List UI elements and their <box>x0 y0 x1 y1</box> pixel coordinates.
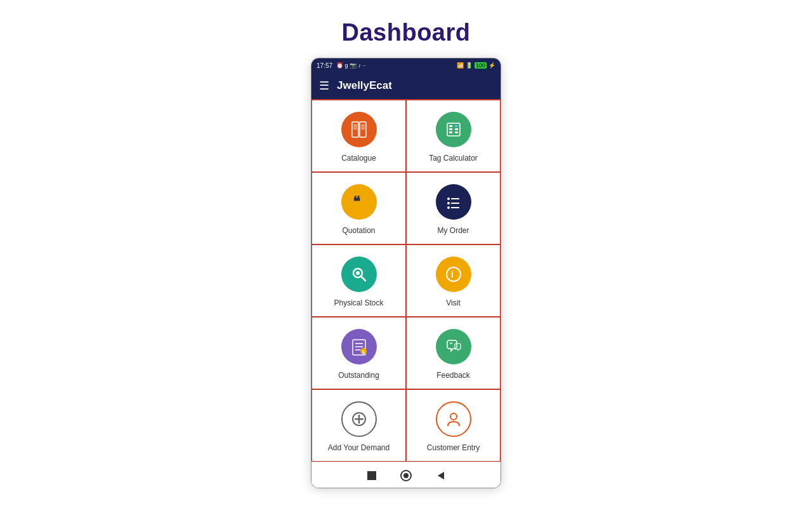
quotation-icon-circle: ❝ <box>341 184 377 220</box>
svg-point-16 <box>447 197 450 200</box>
svg-rect-0 <box>352 122 358 137</box>
square-nav-icon <box>366 470 377 481</box>
outstanding-icon-circle: $ <box>341 329 377 364</box>
quotation-icon: ❝ <box>350 192 369 211</box>
back-nav-button[interactable] <box>433 469 447 483</box>
tagcalc-label: Tag Calculator <box>429 154 478 163</box>
status-icons: ⏰ g 📷 ♪ ·· <box>336 62 366 69</box>
outstanding-icon: $ <box>350 337 369 356</box>
back-nav-icon <box>435 470 446 481</box>
square-nav-button[interactable] <box>365 469 379 483</box>
svg-rect-10 <box>455 125 458 127</box>
menu-item-catalogue[interactable]: Catalogue <box>311 100 406 172</box>
status-signal: 📶 🔋 <box>457 62 473 69</box>
myorder-icon <box>444 192 463 211</box>
charging-icon: ⚡ <box>488 62 495 69</box>
home-nav-icon <box>400 469 412 482</box>
myorder-label: My Order <box>437 226 469 235</box>
menu-item-visit[interactable]: i Visit <box>406 244 501 317</box>
catalogue-icon-circle <box>341 112 377 147</box>
catalogue-label: Catalogue <box>341 154 376 163</box>
svg-point-40 <box>403 473 409 478</box>
home-nav-button[interactable] <box>399 469 413 483</box>
svg-rect-1 <box>360 122 366 137</box>
catalogue-icon <box>350 120 369 139</box>
adddemand-icon-circle <box>341 401 377 437</box>
customerentry-label: Customer Entry <box>427 443 480 452</box>
svg-point-18 <box>447 202 450 204</box>
feedback-icon: ❝ <box>444 337 463 356</box>
menu-item-outstanding[interactable]: $ Outstanding <box>311 317 406 389</box>
status-bar: 17:57 ⏰ g 📷 ♪ ·· 📶 🔋 100 ⚡ <box>311 58 501 72</box>
menu-item-tag-calculator[interactable]: Tag Calculator <box>406 100 501 172</box>
svg-rect-14 <box>455 131 458 133</box>
svg-rect-12 <box>455 128 458 130</box>
svg-rect-38 <box>367 471 376 480</box>
visit-label: Visit <box>446 298 460 307</box>
status-left: 17:57 ⏰ g 📷 ♪ ·· <box>317 62 366 69</box>
svg-rect-11 <box>449 128 452 130</box>
physicalstock-icon-circle <box>341 257 377 292</box>
svg-point-20 <box>447 206 450 209</box>
app-bar: ☰ JwellyEcat <box>311 72 501 99</box>
status-right: 📶 🔋 100 ⚡ <box>457 62 495 69</box>
menu-item-customer-entry[interactable]: Customer Entry <box>406 389 501 462</box>
svg-point-37 <box>450 413 457 420</box>
svg-text:❝: ❝ <box>450 342 452 347</box>
quotation-label: Quotation <box>342 226 375 235</box>
status-time: 17:57 <box>317 62 332 69</box>
svg-rect-9 <box>449 125 452 127</box>
svg-line-24 <box>361 276 365 281</box>
battery-level: 100 <box>475 62 487 69</box>
svg-point-25 <box>447 267 461 281</box>
adddemand-icon <box>350 410 369 429</box>
app-bar-title: JwellyEcat <box>337 79 392 92</box>
feedback-icon-circle: ❝ <box>436 329 471 364</box>
bottom-nav <box>311 462 501 488</box>
menu-item-quotation[interactable]: ❝ Quotation <box>311 172 406 244</box>
hamburger-icon[interactable]: ☰ <box>319 79 329 93</box>
svg-text:❝: ❝ <box>353 194 360 210</box>
feedback-label: Feedback <box>436 371 470 380</box>
tagcalc-icon <box>444 120 463 139</box>
physicalstock-icon <box>350 265 369 284</box>
menu-item-add-demand[interactable]: Add Your Demand <box>311 389 406 462</box>
customerentry-icon-circle <box>436 401 471 437</box>
svg-marker-41 <box>438 472 444 479</box>
myorder-icon-circle <box>436 184 471 220</box>
svg-point-23 <box>356 271 360 275</box>
visit-icon: i <box>444 265 463 284</box>
physicalstock-label: Physical Stock <box>334 298 383 307</box>
visit-icon-circle: i <box>436 257 471 292</box>
outstanding-label: Outstanding <box>338 371 379 380</box>
customerentry-icon <box>444 410 463 429</box>
tagcalc-icon-circle <box>436 112 471 147</box>
page-title: Dashboard <box>342 19 471 46</box>
phone-frame: 17:57 ⏰ g 📷 ♪ ·· 📶 🔋 100 ⚡ ☰ JwellyEcat <box>311 58 501 488</box>
svg-text:$: $ <box>362 349 365 355</box>
svg-text:i: i <box>451 269 454 279</box>
menu-item-my-order[interactable]: My Order <box>406 172 501 244</box>
svg-rect-13 <box>449 131 452 133</box>
menu-item-feedback[interactable]: ❝ Feedback <box>406 317 501 389</box>
adddemand-label: Add Your Demand <box>328 443 390 452</box>
menu-grid: Catalogue Tag Calculator ❝ <box>311 99 501 462</box>
menu-item-physical-stock[interactable]: Physical Stock <box>311 244 406 317</box>
